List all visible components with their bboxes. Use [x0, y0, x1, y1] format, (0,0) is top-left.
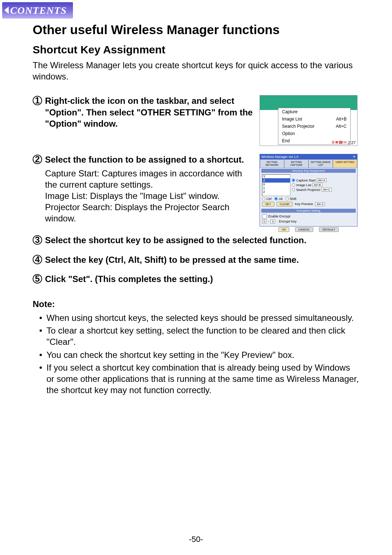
note-item: If you select a shortcut key combination…	[39, 362, 359, 396]
intro-text: The Wireless Manager lets you create sho…	[33, 60, 359, 82]
tab: SETTING NETWORK	[260, 159, 284, 168]
section-title: Shortcut Key Assignment	[33, 44, 359, 56]
notes-title: Note:	[33, 299, 359, 309]
context-menu: Capture Image ListAlt+B Search Projector…	[278, 108, 351, 145]
key-preview: Alt+Z	[315, 202, 325, 206]
clear-button: CLEAR	[277, 202, 293, 207]
radio-ctrl	[262, 197, 265, 200]
step-number: 2	[33, 155, 42, 164]
tab: USER SETTING	[333, 159, 357, 168]
radio-imagelist	[292, 183, 295, 187]
radio-shift	[286, 197, 289, 200]
tab: SETTING IMAGE LIST	[309, 159, 333, 168]
page-content: Other useful Wireless Manager functions …	[33, 23, 359, 397]
note-item: To clear a shortcut key setting, select …	[39, 325, 359, 347]
ok-button: OK	[278, 227, 289, 232]
close-icon: ✕	[353, 155, 356, 159]
step-title: Select the function to be assigned to a …	[45, 154, 244, 165]
step-title: Select the key (Ctrl, Alt, Shift) to be …	[45, 254, 299, 265]
radio-capture	[292, 179, 295, 182]
enable-encrypt-checkbox	[262, 214, 267, 219]
default-button: DEFAULT	[319, 227, 338, 232]
step-title: Right-click the icon on the taskbar, and…	[45, 95, 253, 129]
radio-alt	[274, 197, 278, 200]
menu-item: Capture	[278, 108, 350, 115]
step-3: 3 Select the shortcut key to be assigned…	[33, 234, 359, 246]
set-button: SET	[262, 202, 274, 207]
step-number: 5	[33, 274, 42, 283]
dialog-screenshot: Wireless Manager ver.1.0✕ SETTING NETWOR…	[260, 154, 358, 227]
menu-item: Search ProjectorAlt+C	[278, 123, 350, 130]
menu-item: Image ListAlt+B	[278, 115, 350, 123]
cancel-button: CANCEL	[295, 227, 313, 232]
step-5: 5 Click "Set". (This completes the setti…	[33, 273, 359, 285]
step-title: Select the shortcut key to be assigned t…	[45, 234, 306, 246]
dialog-title: Wireless Manager ver.1.0	[261, 155, 298, 159]
tab: SETTING CAPTURE	[284, 159, 309, 168]
contents-label: CONTENTS	[10, 5, 67, 16]
context-menu-screenshot: Capture Image ListAlt+B Search Projector…	[260, 95, 358, 146]
step-number: 4	[33, 255, 42, 264]
note-item: You can check the shortcut key setting i…	[39, 349, 359, 360]
clock: 2:27	[348, 140, 356, 145]
menu-item: Option	[278, 130, 350, 137]
step-number: 3	[33, 235, 42, 245]
encryption-label: Encryption Setting	[261, 209, 356, 213]
step-2: 2 Select the function to be assigned to …	[33, 154, 359, 227]
step-number: 1	[33, 96, 42, 105]
page-number: -50-	[0, 535, 392, 544]
section-label: Shortcut Key Assignment	[261, 169, 356, 173]
step-body: Capture Start: Captures images in accord…	[45, 168, 253, 224]
step-title: Click "Set". (This completes the setting…	[45, 273, 213, 285]
notes-section: Note: When using shortcut keys, the sele…	[33, 299, 359, 396]
back-arrow-icon	[4, 7, 9, 14]
step-4: 4 Select the key (Ctrl, Alt, Shift) to b…	[33, 254, 359, 265]
note-item: When using shortcut keys, the selected k…	[39, 312, 359, 323]
tray-icons-icon: ⚙✖☎✉	[331, 140, 347, 145]
step-1: 1 Right-click the icon on the taskbar, a…	[33, 95, 359, 146]
page-title: Other useful Wireless Manager functions	[33, 23, 359, 37]
contents-tab[interactable]: CONTENTS	[2, 2, 73, 19]
key-list: Y Z 0 1 2	[262, 174, 290, 196]
radio-search	[292, 188, 295, 191]
